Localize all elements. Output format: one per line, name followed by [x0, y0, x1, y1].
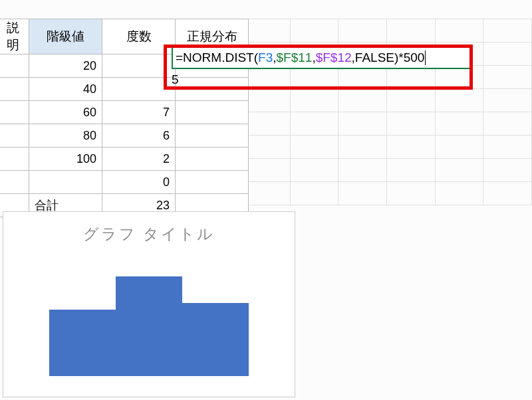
- cell-empty[interactable]: [483, 43, 532, 66]
- cell[interactable]: [176, 101, 249, 124]
- cell-empty[interactable]: [242, 136, 291, 159]
- formula-arg4: FALSE: [355, 50, 394, 65]
- embedded-chart[interactable]: グラフ タイトル: [3, 211, 295, 397]
- cell-empty[interactable]: [483, 89, 532, 112]
- chart-title[interactable]: グラフ タイトル: [3, 212, 295, 256]
- cell[interactable]: [0, 78, 29, 101]
- cell-class-60[interactable]: 60: [29, 101, 102, 124]
- cell-empty[interactable]: [290, 89, 338, 112]
- cell-empty[interactable]: [242, 182, 291, 205]
- cell-empty[interactable]: [483, 66, 532, 89]
- cell-empty[interactable]: [483, 136, 532, 159]
- cell[interactable]: [102, 78, 176, 101]
- cell-empty[interactable]: [386, 89, 435, 112]
- cell-empty[interactable]: [435, 182, 483, 205]
- cell[interactable]: [0, 171, 29, 194]
- cell[interactable]: [29, 171, 102, 194]
- cell-class-80[interactable]: 80: [29, 124, 102, 148]
- cell-empty[interactable]: [483, 112, 532, 136]
- formula-close: )*500: [394, 50, 424, 65]
- cell[interactable]: [176, 171, 249, 194]
- cell-empty[interactable]: [435, 19, 483, 43]
- cell-empty[interactable]: [435, 112, 483, 136]
- cell-freq-0[interactable]: 0: [102, 171, 176, 194]
- cell-empty[interactable]: [386, 136, 435, 159]
- formula-function: NORM.DIST: [183, 50, 254, 65]
- cell[interactable]: [0, 148, 29, 171]
- cell-class-20[interactable]: 20: [29, 54, 102, 78]
- cell-empty[interactable]: [483, 159, 532, 182]
- cell-empty[interactable]: [483, 182, 532, 205]
- cell-empty[interactable]: [435, 89, 483, 112]
- cell-empty[interactable]: [386, 182, 435, 205]
- formula-editor[interactable]: = NORM.DIST ( F3 , $F$11 , $F$12 , FALSE…: [172, 46, 471, 69]
- cell-empty[interactable]: [483, 19, 532, 43]
- cell-empty[interactable]: [338, 19, 387, 43]
- cell-empty[interactable]: [386, 19, 435, 43]
- cell-empty[interactable]: [338, 159, 387, 182]
- cell-empty[interactable]: [242, 159, 291, 182]
- cell-class-100[interactable]: 100: [29, 148, 102, 171]
- header-frequency[interactable]: 度数: [102, 19, 176, 54]
- header-class-value[interactable]: 階級値: [29, 19, 102, 54]
- text-cursor-icon: [425, 50, 426, 65]
- cell-freq-2[interactable]: 2: [102, 148, 176, 171]
- chart-bar: [182, 303, 249, 376]
- header-desc[interactable]: 説明: [0, 19, 29, 54]
- cell-empty[interactable]: [338, 136, 387, 159]
- formula-arg1: F3: [258, 50, 273, 65]
- cell[interactable]: [0, 124, 29, 148]
- cell[interactable]: [176, 78, 249, 101]
- cell-freq-7[interactable]: 7: [102, 101, 176, 124]
- cell-empty[interactable]: [290, 159, 338, 182]
- cell[interactable]: [176, 124, 249, 148]
- cell-empty[interactable]: [386, 112, 435, 136]
- cell-empty[interactable]: [338, 112, 387, 136]
- chart-bar: [49, 310, 116, 376]
- cell-class-40[interactable]: 40: [29, 78, 102, 101]
- chart-plot-area: [3, 256, 295, 376]
- cell-empty[interactable]: [386, 159, 435, 182]
- cell-empty[interactable]: [242, 89, 291, 112]
- cell-empty[interactable]: [435, 136, 483, 159]
- cell-empty[interactable]: [242, 112, 291, 136]
- cell-empty[interactable]: [290, 112, 338, 136]
- cell[interactable]: [0, 101, 29, 124]
- formula-eq: =: [176, 50, 183, 65]
- cell-empty[interactable]: [338, 182, 387, 205]
- cell-empty[interactable]: [338, 89, 387, 112]
- cell-freq-6[interactable]: 6: [102, 124, 176, 148]
- cell[interactable]: [0, 54, 29, 78]
- cell-empty[interactable]: [290, 136, 338, 159]
- cell[interactable]: [176, 148, 249, 171]
- formula-arg2: $F$11: [277, 50, 313, 65]
- chart-bar: [116, 276, 182, 376]
- cell-empty[interactable]: [242, 19, 291, 43]
- cell-empty[interactable]: [290, 182, 338, 205]
- cell[interactable]: [102, 54, 176, 78]
- cell-empty[interactable]: [290, 19, 338, 43]
- cell-empty[interactable]: [435, 159, 483, 182]
- formula-arg3: $F$12: [316, 50, 352, 65]
